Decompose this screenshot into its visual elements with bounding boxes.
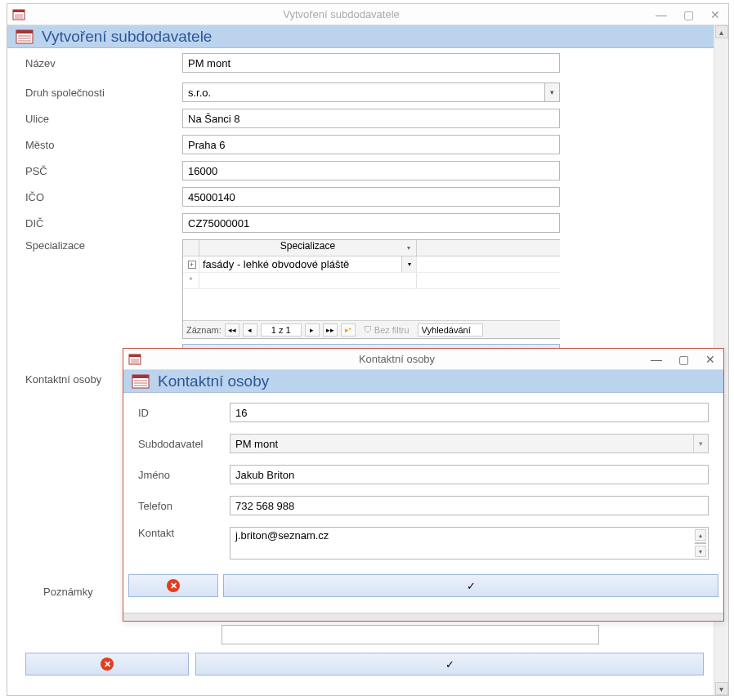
contact-window-title: Kontaktní osoby [146, 353, 647, 365]
window-title: Vytvoření subdodavatele [30, 8, 652, 20]
scroll-thumb[interactable] [695, 542, 706, 544]
input-jmeno[interactable] [230, 465, 709, 484]
label-jmeno: Jméno [138, 469, 230, 481]
prev-record-button[interactable]: ◂ [243, 323, 257, 337]
label-nazev: Název [25, 57, 182, 69]
input-telefon[interactable] [230, 496, 709, 515]
contact-titlebar: Kontaktní osoby — ▢ ✕ [123, 349, 723, 370]
no-filter-indicator: ⛉ Bez filtru [364, 325, 410, 335]
label-dic: DIČ [25, 217, 182, 230]
label-ulice: Ulice [25, 113, 182, 125]
label-mesto: Město [25, 139, 182, 151]
input-poznamky[interactable] [222, 625, 599, 644]
svg-rect-6 [16, 30, 33, 33]
label-telefon: Telefon [138, 500, 230, 512]
new-row[interactable]: * [183, 273, 560, 289]
input-psc[interactable] [182, 161, 560, 181]
record-navigator: Záznam: ◂◂ ◂ ▸ ▸▸ ▸* ⛉ Bez filtru [183, 320, 560, 338]
svg-rect-11 [129, 354, 141, 357]
contact-window-controls: — ▢ ✕ [647, 353, 718, 366]
textarea-scrollbar[interactable]: ▴ ▾ [695, 529, 706, 557]
new-row-indicator: * [183, 273, 199, 289]
check-icon: ✓ [445, 658, 454, 671]
scroll-up-button[interactable]: ▴ [715, 25, 728, 38]
status-bar [123, 613, 723, 621]
svg-rect-1 [13, 10, 25, 12]
table-row[interactable]: + fasády - lehké obvodové pláště ▾ [183, 256, 560, 273]
cancel-icon: ✕ [167, 579, 180, 592]
titlebar: Vytvoření subdodavatele — ▢ ✕ [7, 4, 728, 25]
minimize-button[interactable]: — [647, 353, 665, 366]
svg-rect-16 [132, 375, 149, 378]
form-body: Název Druh společnosti s.r.o. ▾ Ulice Mě… [7, 48, 728, 397]
maximize-button[interactable]: ▢ [680, 8, 697, 21]
label-id: ID [138, 407, 230, 419]
empty-cell[interactable] [199, 273, 417, 289]
last-record-button[interactable]: ▸▸ [323, 323, 338, 337]
footer-bar: ✕ ✓ [25, 653, 704, 675]
row-selector-header[interactable] [183, 240, 199, 256]
expand-row-button[interactable]: + [183, 256, 199, 273]
maximize-button[interactable]: ▢ [675, 353, 692, 366]
input-id[interactable] [230, 403, 709, 422]
select-druh[interactable]: s.r.o. ▾ [182, 82, 560, 102]
next-record-button[interactable]: ▸ [305, 323, 320, 337]
contact-footer: ✕ ✓ [123, 574, 723, 602]
form-title: Vytvoření subdodavatele [42, 28, 212, 46]
ok-button[interactable]: ✓ [195, 653, 704, 675]
label-specializace: Specializace [25, 239, 182, 252]
first-record-button[interactable]: ◂◂ [225, 323, 239, 337]
new-record-button[interactable]: ▸* [341, 323, 356, 337]
scroll-up-button[interactable]: ▴ [695, 529, 706, 541]
contact-window: Kontaktní osoby — ▢ ✕ Kontaktní osoby ID… [123, 348, 724, 622]
label-ico: IČO [25, 191, 182, 203]
scroll-down-button[interactable]: ▾ [715, 682, 728, 695]
filter-icon: ⛉ [364, 325, 373, 335]
close-button[interactable]: ✕ [707, 8, 723, 21]
ok-button[interactable]: ✓ [223, 574, 718, 597]
contact-form-body: ID Subdodavatel PM mont ▾ Jméno Telefon … [123, 393, 723, 574]
cell-specializace[interactable]: fasády - lehké obvodové pláště ▾ [199, 256, 417, 273]
dropdown-icon[interactable]: ▾ [544, 83, 559, 101]
scroll-down-button[interactable]: ▾ [695, 546, 706, 557]
label-poznamky: Poznámky [43, 586, 93, 598]
cancel-button[interactable]: ✕ [128, 574, 218, 597]
dropdown-icon[interactable]: ▾ [693, 435, 708, 453]
input-dic[interactable] [182, 213, 560, 233]
check-icon: ✓ [467, 580, 476, 592]
record-label: Záznam: [186, 325, 222, 335]
window-controls: — ▢ ✕ [652, 8, 723, 21]
form-header: Vytvoření subdodavatele [7, 25, 728, 48]
label-psc: PSČ [25, 165, 182, 177]
column-dropdown-icon[interactable]: ▾ [403, 242, 414, 253]
input-ulice[interactable] [182, 109, 560, 128]
column-header-specializace[interactable]: Specializace ▾ [199, 240, 417, 256]
textarea-kontakt-value: j.briton@seznam.cz [235, 529, 329, 542]
form-header-icon [132, 374, 150, 389]
contact-form-header: Kontaktní osoby [123, 370, 723, 393]
form-icon [12, 8, 25, 21]
cancel-icon: ✕ [101, 658, 114, 671]
close-button[interactable]: ✕ [702, 353, 718, 366]
select-druh-value: s.r.o. [188, 87, 211, 99]
input-mesto[interactable] [182, 135, 560, 154]
record-position[interactable] [261, 323, 302, 337]
select-subdodavatel[interactable]: PM mont ▾ [230, 434, 709, 453]
label-kontakt: Kontakt [138, 527, 230, 539]
label-druh: Druh společnosti [25, 87, 182, 99]
cell-dropdown-icon[interactable]: ▾ [401, 256, 416, 272]
specializace-subform: Specializace ▾ + fasády - lehké obvodové… [182, 239, 560, 339]
label-subdodavatel: Subdodavatel [138, 438, 230, 450]
search-input[interactable] [418, 323, 483, 337]
form-icon [128, 353, 141, 366]
textarea-kontakt[interactable]: j.briton@seznam.cz ▴ ▾ [230, 527, 709, 560]
input-nazev[interactable] [182, 53, 560, 73]
input-ico[interactable] [182, 187, 560, 207]
form-header-icon [16, 29, 34, 44]
select-subdodavatel-value: PM mont [235, 438, 278, 450]
minimize-button[interactable]: — [652, 8, 670, 21]
cancel-button[interactable]: ✕ [25, 653, 189, 675]
contact-form-title: Kontaktní osoby [158, 372, 269, 390]
